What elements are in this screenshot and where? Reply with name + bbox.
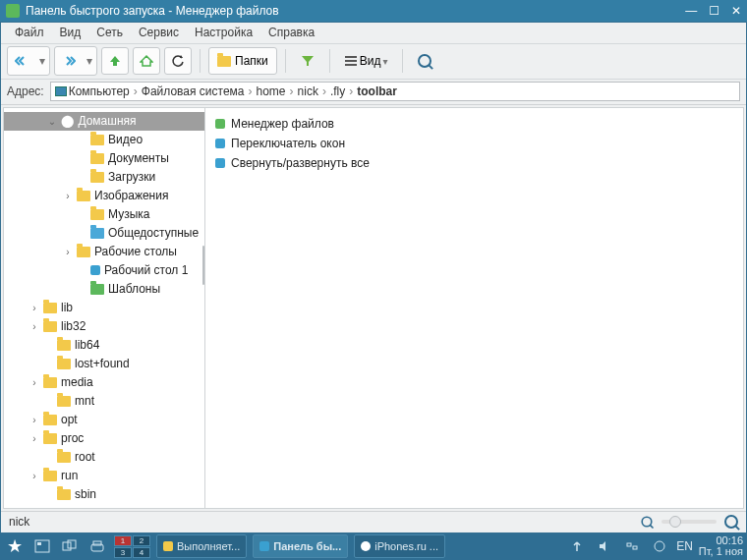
tree-pictures[interactable]: ›Изображения bbox=[4, 187, 204, 205]
tree-expander[interactable]: › bbox=[29, 377, 39, 388]
maximize-button[interactable]: ☐ bbox=[709, 4, 719, 18]
svg-rect-4 bbox=[37, 542, 41, 545]
tree-expander[interactable]: › bbox=[29, 415, 39, 425]
window-switcher-button[interactable] bbox=[59, 535, 81, 557]
pager-desktop-3[interactable]: 3 bbox=[114, 547, 132, 558]
tree-lib[interactable]: ›lib bbox=[4, 299, 204, 317]
launcher-icon bbox=[215, 158, 225, 168]
svg-rect-5 bbox=[63, 542, 71, 550]
crumb-home[interactable]: home bbox=[255, 84, 288, 98]
tree-expander[interactable]: › bbox=[29, 471, 39, 481]
close-button[interactable]: ✕ bbox=[731, 4, 741, 18]
file-item-winswitch[interactable]: Переключатель окон bbox=[211, 134, 737, 153]
zoom-out-button[interactable] bbox=[641, 517, 652, 528]
refresh-button[interactable] bbox=[164, 47, 192, 75]
crumb-computer[interactable]: Компьютер bbox=[67, 84, 132, 98]
tree-home[interactable]: ⌄⬤Домашняя bbox=[4, 112, 204, 131]
tree-opt[interactable]: ›opt bbox=[4, 411, 204, 429]
tray-usb-icon[interactable] bbox=[566, 535, 588, 557]
nav-forward-menu[interactable]: ▾ bbox=[83, 47, 96, 75]
tree-expander[interactable]: › bbox=[63, 247, 73, 257]
tree-media[interactable]: ›media bbox=[4, 373, 204, 392]
crumb-filesystem[interactable]: Файловая система bbox=[140, 84, 247, 98]
keyboard-layout-indicator[interactable]: EN bbox=[676, 539, 693, 553]
clock[interactable]: 00:16 Пт, 1 ноя bbox=[699, 535, 743, 558]
tray-volume-icon[interactable] bbox=[594, 535, 615, 557]
menu-settings[interactable]: Настройка bbox=[187, 24, 260, 41]
tree-lostfound[interactable]: ›lost+found bbox=[4, 355, 204, 373]
tree-desktops[interactable]: ›Рабочие столы bbox=[4, 243, 204, 261]
zoom-thumb[interactable] bbox=[669, 516, 681, 528]
clock-date: Пт, 1 ноя bbox=[699, 546, 743, 558]
tree-desktop1[interactable]: ›Рабочий стол 1 bbox=[4, 261, 204, 280]
tray-network-icon[interactable] bbox=[621, 535, 643, 557]
folders-toggle[interactable]: Папки bbox=[208, 47, 277, 75]
start-menu-button[interactable]: ★ bbox=[4, 535, 26, 557]
folder-icon bbox=[57, 340, 71, 351]
tree-video[interactable]: ›Видео bbox=[4, 131, 204, 149]
tree-expander[interactable]: ⌄ bbox=[47, 116, 57, 127]
tree-expander[interactable]: › bbox=[29, 433, 39, 444]
tree-public[interactable]: ›Общедоступные bbox=[4, 224, 204, 243]
nav-up-button[interactable] bbox=[101, 47, 129, 75]
tree-run[interactable]: ›run bbox=[4, 467, 204, 485]
tree-sbin[interactable]: ›sbin bbox=[4, 485, 204, 504]
desktop-icon bbox=[90, 265, 100, 275]
search-button[interactable] bbox=[411, 47, 438, 75]
crumb-fly[interactable]: .fly bbox=[328, 84, 347, 98]
pager[interactable]: 1 2 3 4 bbox=[114, 535, 150, 558]
tree-documents[interactable]: ›Документы bbox=[4, 149, 204, 168]
menu-network[interactable]: Сеть bbox=[88, 24, 131, 41]
tree-scrollbar[interactable] bbox=[202, 246, 204, 285]
breadcrumb[interactable]: Компьютер › Файловая система › home › ni… bbox=[50, 82, 740, 101]
tray-button[interactable] bbox=[86, 535, 108, 557]
view-mode-dropdown[interactable]: Вид ▾ bbox=[338, 47, 394, 75]
taskbar-item-3[interactable]: iPhones.ru ... bbox=[354, 534, 445, 558]
folder-icon bbox=[77, 191, 90, 201]
pager-desktop-2[interactable]: 2 bbox=[133, 535, 150, 546]
file-list[interactable]: Менеджер файлов Переключатель окон Сверн… bbox=[205, 108, 743, 508]
tree-expander[interactable]: › bbox=[63, 191, 73, 201]
menu-file[interactable]: Файл bbox=[7, 24, 52, 41]
tree-root[interactable]: ›root bbox=[4, 448, 204, 467]
tree-lib32[interactable]: ›lib32 bbox=[4, 317, 204, 336]
status-user: nick bbox=[9, 515, 29, 529]
crumb-user[interactable]: nick bbox=[296, 84, 320, 98]
nav-back-button[interactable] bbox=[8, 47, 35, 75]
folder-tree[interactable]: ⌄⬤Домашняя ›Видео ›Документы ›Загрузки ›… bbox=[4, 108, 205, 508]
tree-music[interactable]: ›Музыка bbox=[4, 205, 204, 224]
tree-proc[interactable]: ›proc bbox=[4, 429, 204, 448]
nav-home-button[interactable] bbox=[133, 47, 160, 75]
file-item-minmax[interactable]: Свернуть/развернуть все bbox=[211, 153, 737, 173]
crumb-sep: › bbox=[347, 84, 355, 98]
file-item-filemanager[interactable]: Менеджер файлов bbox=[211, 114, 737, 134]
tree-downloads[interactable]: ›Загрузки bbox=[4, 168, 204, 187]
tree-expander[interactable]: › bbox=[29, 303, 39, 313]
status-bar: nick bbox=[1, 511, 746, 532]
folder-icon bbox=[43, 303, 57, 313]
menu-help[interactable]: Справка bbox=[260, 24, 322, 41]
folder-icon bbox=[90, 284, 104, 295]
tray-notifications-icon[interactable] bbox=[649, 535, 670, 557]
nav-back-menu[interactable]: ▾ bbox=[35, 47, 49, 75]
filter-button[interactable] bbox=[294, 47, 321, 75]
taskbar-item-2[interactable]: Панель бы... bbox=[253, 534, 348, 558]
show-desktop-button[interactable] bbox=[31, 535, 53, 557]
taskbar-item-1[interactable]: Выполняет... bbox=[156, 534, 247, 558]
menu-service[interactable]: Сервис bbox=[131, 24, 187, 41]
titlebar[interactable]: Панель быстрого запуска - Менеджер файло… bbox=[0, 0, 747, 22]
minimize-button[interactable]: — bbox=[685, 4, 697, 18]
zoom-slider[interactable] bbox=[661, 520, 717, 524]
tree-expander[interactable]: › bbox=[29, 321, 39, 332]
tree-lib64[interactable]: ›lib64 bbox=[4, 336, 204, 355]
tree-mnt[interactable]: ›mnt bbox=[4, 392, 204, 411]
pager-desktop-4[interactable]: 4 bbox=[133, 547, 150, 558]
folder-icon bbox=[90, 135, 104, 145]
svg-point-11 bbox=[655, 541, 664, 551]
zoom-in-button[interactable] bbox=[724, 515, 738, 529]
menu-view[interactable]: Вид bbox=[52, 24, 89, 41]
tree-templates[interactable]: ›Шаблоны bbox=[4, 280, 204, 299]
nav-forward-button[interactable] bbox=[55, 47, 83, 75]
crumb-current[interactable]: toolbar bbox=[355, 84, 399, 98]
pager-desktop-1[interactable]: 1 bbox=[114, 535, 132, 546]
